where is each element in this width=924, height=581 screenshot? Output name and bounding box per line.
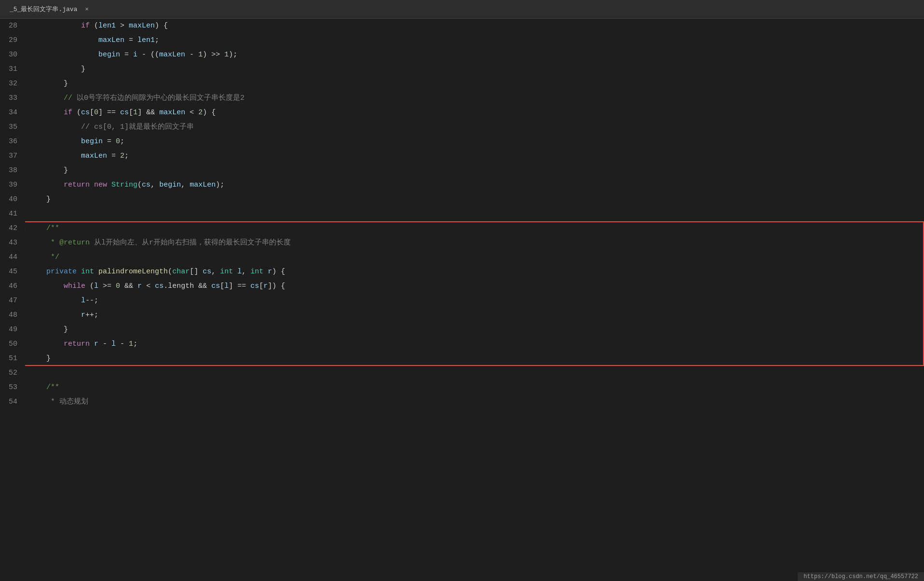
line-number: 50 (4, 337, 17, 351)
code-line: ● /** (29, 380, 924, 395)
code-line (29, 366, 924, 380)
code-content[interactable]: if (len1 > maxLen) { maxLen = len1; begi… (25, 19, 924, 581)
code-line: } (29, 163, 924, 178)
code-line: // cs[0, 1]就是最长的回文子串 (29, 120, 924, 135)
code-line: * 动态规划 (29, 395, 924, 409)
line-number: 49 (4, 323, 17, 337)
line-numbers: 2829303132333435363738394041424344454647… (0, 19, 25, 581)
line-number: 52 (4, 366, 17, 380)
code-line: * @return 从l开始向左、从r开始向右扫描，获得的最长回文子串的长度 (29, 236, 924, 250)
line-number: 51 (4, 351, 17, 366)
tab-close-icon[interactable]: × (85, 6, 89, 13)
code-line: if (len1 > maxLen) { (29, 19, 924, 33)
line-number: 39 (4, 178, 17, 192)
line-number: 42 (4, 221, 17, 236)
code-line: r++; (29, 308, 924, 323)
code-line: } (29, 323, 924, 337)
code-line: } (29, 77, 924, 91)
line-number: 38 (4, 163, 17, 178)
line-number: 35 (4, 120, 17, 135)
line-number: 45 (4, 265, 17, 279)
code-line: ● private int palindromeLength(char[] cs… (29, 265, 924, 279)
line-number: 28 (4, 19, 17, 33)
code-line: } (29, 62, 924, 77)
code-line: } (29, 351, 924, 366)
code-line: // 以0号字符右边的间隙为中心的最长回文子串长度是2 (29, 91, 924, 106)
line-number: 43 (4, 236, 17, 250)
line-number: 54 (4, 395, 17, 409)
line-number: 41 (4, 207, 17, 221)
code-line (29, 207, 924, 221)
code-line: return new String(cs, begin, maxLen); (29, 178, 924, 192)
line-number: 37 (4, 149, 17, 163)
code-line: return r - l - 1; (29, 337, 924, 351)
line-number: 32 (4, 77, 17, 91)
line-number: 31 (4, 62, 17, 77)
code-line: */ (29, 250, 924, 265)
line-number: 53 (4, 380, 17, 395)
code-line: begin = 0; (29, 135, 924, 149)
status-url: https://blog.csdn.net/qq_46557722 (803, 573, 918, 580)
tab-file-name: _5_最长回文字串.java (10, 6, 77, 13)
code-line: } (29, 192, 924, 207)
code-line: maxLen = len1; (29, 33, 924, 48)
line-number: 40 (4, 192, 17, 207)
code-line: ● /** (29, 221, 924, 236)
line-number: 48 (4, 308, 17, 323)
file-tab[interactable]: _5_最长回文字串.java × (6, 3, 93, 15)
line-number: 34 (4, 106, 17, 120)
code-line: maxLen = 2; (29, 149, 924, 163)
code-line: l--; (29, 294, 924, 308)
status-bar: https://blog.csdn.net/qq_46557722 (798, 572, 924, 581)
code-line: if (cs[0] == cs[1] && maxLen < 2) { (29, 106, 924, 120)
line-number: 36 (4, 135, 17, 149)
code-line: begin = i - ((maxLen - 1) >> 1); (29, 48, 924, 62)
code-area: 2829303132333435363738394041424344454647… (0, 19, 924, 581)
line-number: 47 (4, 294, 17, 308)
tab-bar: _5_最长回文字串.java × (0, 0, 924, 19)
line-number: 30 (4, 48, 17, 62)
line-number: 33 (4, 91, 17, 106)
line-number: 44 (4, 250, 17, 265)
line-number: 46 (4, 279, 17, 294)
line-number: 29 (4, 33, 17, 48)
code-line: while (l >= 0 && r < cs.length && cs[l] … (29, 279, 924, 294)
